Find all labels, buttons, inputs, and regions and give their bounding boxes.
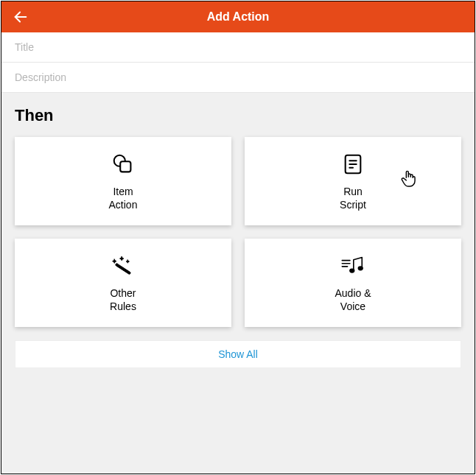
description-input[interactable] [1,63,475,93]
card-label: Item Action [109,185,138,211]
card-label: Other Rules [110,286,136,313]
music-icon [340,253,366,279]
card-audio-voice[interactable]: Audio & Voice [245,239,461,327]
show-all-button[interactable]: Show All [15,340,461,368]
show-all-label: Show All [218,348,258,360]
svg-point-11 [350,269,354,272]
form-area [1,32,475,93]
section-then-label: Then [1,93,475,131]
copy-icon [110,151,136,177]
card-label: Run Script [340,185,366,211]
card-grid: Item Action Run Script [1,131,475,337]
back-button[interactable] [9,5,32,29]
svg-rect-2 [120,161,130,172]
wand-icon [110,253,136,279]
title-input[interactable] [1,32,475,63]
svg-rect-7 [115,263,130,274]
script-icon [340,151,366,177]
page-title: Add Action [1,10,475,24]
cursor-hand-icon [401,169,417,189]
back-arrow-icon [13,9,29,25]
card-item-action[interactable]: Item Action [15,137,231,225]
svg-point-12 [358,267,363,270]
header-bar: Add Action [1,1,475,32]
card-run-script[interactable]: Run Script [245,137,461,225]
card-label: Audio & Voice [335,286,371,313]
app-frame: Add Action Then Item Action [1,1,475,474]
card-other-rules[interactable]: Other Rules [15,239,231,327]
